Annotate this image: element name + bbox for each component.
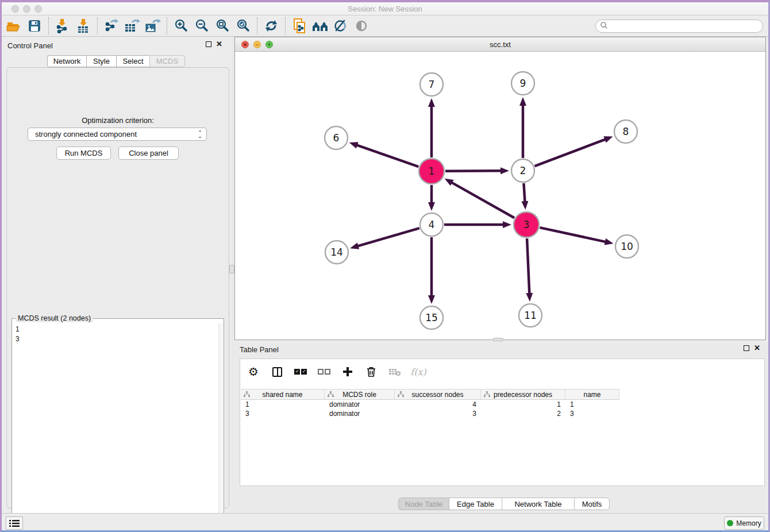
tab-edge-table[interactable]: Edge Table bbox=[449, 498, 502, 510]
graph-edge-4-14[interactable] bbox=[357, 228, 419, 246]
status-bar: Memory bbox=[0, 513, 770, 532]
export-image-icon[interactable] bbox=[143, 16, 163, 36]
first-neighbors-icon[interactable] bbox=[310, 16, 330, 36]
save-session-icon[interactable] bbox=[24, 16, 45, 36]
table-panel-title: Table Panel bbox=[240, 345, 279, 354]
toolbar-separator bbox=[285, 17, 286, 34]
tab-node-table[interactable]: Node Table bbox=[398, 498, 449, 510]
graph-edge-3-11[interactable] bbox=[527, 238, 529, 295]
table-cell[interactable]: 2 bbox=[481, 410, 565, 418]
tab-select[interactable]: Select bbox=[116, 55, 149, 67]
export-table-icon[interactable] bbox=[122, 16, 143, 36]
edge-arrowhead bbox=[500, 167, 509, 174]
search-input[interactable] bbox=[608, 21, 763, 32]
result-scrollbar[interactable] bbox=[218, 323, 223, 531]
table-cell[interactable]: 3 bbox=[395, 410, 481, 418]
delete-table-icon[interactable] bbox=[387, 364, 402, 379]
table-row[interactable]: 1dominator411 bbox=[241, 400, 764, 409]
show-columns-icon[interactable] bbox=[270, 364, 284, 379]
zoom-selected-icon[interactable] bbox=[233, 16, 253, 36]
node-label-14: 14 bbox=[330, 246, 343, 258]
toolbar-separator bbox=[48, 17, 49, 34]
network-title: scc.txt bbox=[235, 40, 765, 49]
delete-column-trash-icon[interactable] bbox=[364, 364, 379, 379]
tab-network[interactable]: Network bbox=[47, 55, 86, 67]
control-panel-tabs: Network Style Select MCDS bbox=[47, 55, 185, 67]
run-mcds-button[interactable]: Run MCDS bbox=[56, 147, 111, 160]
mcds-result-text[interactable]: 1 3 bbox=[16, 325, 20, 344]
deselect-all-rows-icon[interactable] bbox=[317, 364, 332, 379]
apply-layout-icon[interactable] bbox=[261, 16, 282, 36]
column-header-shared-name[interactable]: shared name bbox=[241, 390, 325, 399]
graph-edge-2-3[interactable] bbox=[523, 183, 525, 203]
task-history-button[interactable] bbox=[6, 516, 23, 530]
zoom-fit-icon[interactable] bbox=[212, 16, 233, 36]
toolbar-separator bbox=[257, 17, 257, 34]
mcds-result-title: MCDS result (2 nodes) bbox=[16, 314, 93, 322]
float-panel-icon[interactable] bbox=[206, 41, 211, 47]
memory-label: Memory bbox=[736, 519, 761, 527]
open-file-icon[interactable] bbox=[3, 16, 24, 36]
hierarchy-icon bbox=[484, 391, 490, 398]
close-panel-icon[interactable]: ✕ bbox=[216, 41, 222, 47]
import-table-icon[interactable] bbox=[73, 16, 94, 36]
graph-edge-1-6[interactable] bbox=[356, 145, 418, 167]
table-cell[interactable]: 3 bbox=[241, 410, 325, 418]
table-cell[interactable]: 4 bbox=[395, 400, 481, 408]
table-cell[interactable]: 3 bbox=[565, 410, 619, 418]
graph-edge-3-1[interactable] bbox=[451, 182, 514, 218]
select-all-rows-icon[interactable]: ✓✓ bbox=[293, 364, 308, 379]
add-column-icon[interactable] bbox=[340, 364, 355, 379]
search-icon bbox=[600, 21, 608, 32]
column-header-successor-nodes[interactable]: successor nodes bbox=[395, 390, 481, 399]
network-window-titlebar: ✕ − + scc.txt bbox=[235, 37, 765, 52]
edge-arrowhead bbox=[428, 98, 435, 107]
float-table-panel-icon[interactable] bbox=[744, 345, 749, 351]
hierarchy-icon bbox=[398, 391, 404, 398]
memory-button[interactable]: Memory bbox=[724, 516, 764, 530]
function-builder-icon[interactable]: f(x) bbox=[411, 364, 426, 379]
graph-edge-2-8[interactable] bbox=[535, 139, 607, 166]
hide-details-eye-icon[interactable] bbox=[351, 16, 372, 36]
edge-arrowhead bbox=[428, 295, 435, 304]
splitter-grip[interactable] bbox=[229, 265, 234, 273]
graph-edge-1-2[interactable] bbox=[445, 171, 502, 171]
table-cell[interactable]: 1 bbox=[241, 400, 325, 408]
zoom-in-icon[interactable] bbox=[171, 16, 191, 36]
optimization-criterion-label: Optimization criterion: bbox=[7, 116, 229, 125]
network-canvas[interactable]: 7968124314101511 bbox=[236, 52, 765, 340]
tab-network-table[interactable]: Network Table bbox=[502, 498, 574, 510]
network-resize-grip[interactable] bbox=[493, 338, 503, 341]
chevron-updown-icon: ⌃⌄ bbox=[197, 129, 203, 140]
close-table-panel-icon[interactable]: ✕ bbox=[754, 345, 760, 351]
criterion-dropdown[interactable]: strongly connected component ⌃⌄ bbox=[28, 128, 207, 141]
duplicate-network-icon[interactable] bbox=[289, 16, 310, 36]
table-cell[interactable]: 1 bbox=[565, 400, 619, 408]
table-cell[interactable]: dominator bbox=[325, 410, 395, 418]
export-network-icon[interactable] bbox=[101, 16, 122, 36]
tab-mcds[interactable]: MCDS bbox=[149, 55, 185, 67]
import-network-icon[interactable] bbox=[52, 16, 73, 36]
table-row[interactable]: 3dominator323 bbox=[241, 409, 764, 418]
app-titlebar: Session: New Session bbox=[0, 2, 770, 16]
column-header-name[interactable]: name bbox=[565, 390, 619, 399]
close-panel-button[interactable]: Close panel bbox=[118, 147, 179, 160]
table-cell[interactable]: dominator bbox=[325, 400, 395, 408]
table-cell[interactable]: 1 bbox=[481, 400, 565, 408]
zoom-out-icon[interactable] bbox=[191, 16, 212, 36]
tab-style[interactable]: Style bbox=[86, 55, 116, 67]
table-settings-gear-icon[interactable]: ⚙ bbox=[246, 364, 261, 379]
edge-arrowhead bbox=[428, 202, 435, 211]
control-panel-title: Control Panel bbox=[7, 41, 53, 50]
table-tabs: Node Table Edge Table Network Table Moti… bbox=[398, 498, 610, 510]
toolbar-separator bbox=[97, 17, 98, 34]
node-label-3: 3 bbox=[523, 219, 530, 230]
show-style-icon[interactable] bbox=[330, 16, 351, 36]
graph-edge-3-10[interactable] bbox=[540, 228, 606, 242]
node-label-4: 4 bbox=[429, 219, 435, 230]
column-header-MCDS-role[interactable]: MCDS role bbox=[325, 390, 395, 399]
node-label-8: 8 bbox=[623, 126, 629, 137]
tab-motifs[interactable]: Motifs bbox=[574, 498, 610, 510]
network-graph: 7968124314101511 bbox=[236, 52, 765, 340]
column-header-predecessor-nodes[interactable]: predecessor nodes bbox=[481, 390, 565, 399]
